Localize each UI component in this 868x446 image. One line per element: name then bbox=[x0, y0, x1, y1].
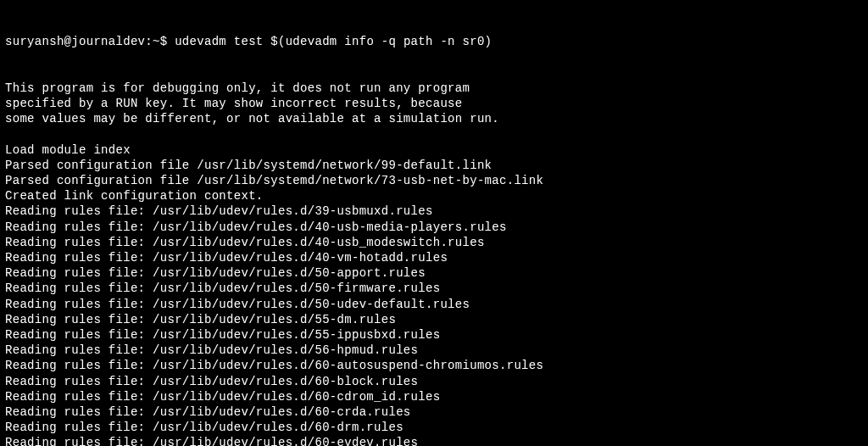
output-line: Reading rules file: /usr/lib/udev/rules.… bbox=[5, 220, 863, 235]
prompt-path: ~ bbox=[153, 35, 160, 48]
output-line: Reading rules file: /usr/lib/udev/rules.… bbox=[5, 312, 863, 327]
output-line bbox=[5, 127, 863, 142]
output-line: Reading rules file: /usr/lib/udev/rules.… bbox=[5, 203, 863, 219]
prompt-symbol: $ bbox=[160, 35, 168, 48]
output-line: Reading rules file: /usr/lib/udev/rules.… bbox=[5, 389, 863, 404]
output-line: Reading rules file: /usr/lib/udev/rules.… bbox=[5, 265, 863, 281]
output-line: Created link configuration context. bbox=[5, 188, 863, 203]
output-line: Reading rules file: /usr/lib/udev/rules.… bbox=[5, 327, 863, 343]
output-line: specified by a RUN key. It may show inco… bbox=[5, 96, 863, 111]
prompt-user-host: suryansh@journaldev bbox=[5, 35, 145, 48]
output-line: some values may be different, or not ava… bbox=[5, 111, 863, 126]
command-text: udevadm test $(udevadm info -q path -n s… bbox=[175, 35, 492, 48]
output-line: Parsed configuration file /usr/lib/syste… bbox=[5, 158, 863, 173]
output-line: Reading rules file: /usr/lib/udev/rules.… bbox=[5, 435, 863, 446]
output-line: Reading rules file: /usr/lib/udev/rules.… bbox=[5, 420, 863, 435]
output-line: Reading rules file: /usr/lib/udev/rules.… bbox=[5, 343, 863, 358]
prompt-line: suryansh@journaldev:~$ udevadm test $(ud… bbox=[5, 34, 863, 49]
terminal-output: This program is for debugging only, it d… bbox=[5, 81, 863, 446]
terminal-window[interactable]: suryansh@journaldev:~$ udevadm test $(ud… bbox=[5, 3, 863, 446]
output-line: This program is for debugging only, it d… bbox=[5, 81, 863, 96]
output-line: Reading rules file: /usr/lib/udev/rules.… bbox=[5, 250, 863, 265]
output-line: Reading rules file: /usr/lib/udev/rules.… bbox=[5, 281, 863, 296]
output-line: Reading rules file: /usr/lib/udev/rules.… bbox=[5, 358, 863, 373]
output-line: Load module index bbox=[5, 142, 863, 158]
output-line: Reading rules file: /usr/lib/udev/rules.… bbox=[5, 235, 863, 250]
output-line: Reading rules file: /usr/lib/udev/rules.… bbox=[5, 297, 863, 312]
prompt-separator: : bbox=[145, 35, 153, 48]
output-line: Reading rules file: /usr/lib/udev/rules.… bbox=[5, 404, 863, 420]
output-line: Parsed configuration file /usr/lib/syste… bbox=[5, 173, 863, 188]
output-line: Reading rules file: /usr/lib/udev/rules.… bbox=[5, 374, 863, 389]
